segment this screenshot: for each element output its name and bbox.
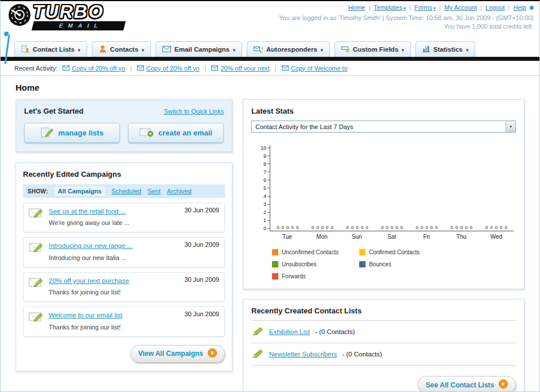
chart-category-values: 00000 (479, 225, 514, 230)
legend-label: Bounces (369, 261, 391, 267)
main-nav-tabs: Contact Lists Contacts Email Campaigns (1, 38, 539, 57)
chart-value-label: 0 (504, 225, 507, 230)
legend-label: Confirmed Contacts (369, 249, 419, 255)
custom-fields-icon (341, 45, 349, 53)
y-tick-label: 2 (263, 210, 270, 215)
chart-value-label: 0 (381, 225, 383, 230)
x-tick-label: Sun (339, 234, 374, 240)
chart-value-label: 0 (331, 225, 333, 230)
tab-email-campaigns-label: Email Campaigns (174, 46, 230, 53)
chart-value-label: 0 (421, 225, 423, 230)
chart-value-label: 0 (435, 225, 437, 230)
chart-plot-area: 00000000000000000000000000000000000 (270, 145, 514, 231)
nav-help-link[interactable]: Help (513, 4, 526, 11)
chart-value-label: 0 (316, 225, 318, 230)
y-tick-label: 8 (263, 161, 270, 166)
chart-value-label: 0 (450, 225, 453, 230)
chevron-down-icon (433, 4, 436, 11)
legend-item: Unsubscribes (272, 261, 359, 267)
recent-activity-item[interactable]: Copy of Welcome to (282, 65, 348, 72)
tab-autoresponders[interactable]: Autoresponders (247, 41, 330, 57)
y-tick-label: 0 (263, 226, 270, 231)
contact-list-link[interactable]: Newsletter Subscribers (269, 351, 337, 358)
envelope-pencil-icon (29, 311, 44, 324)
create-email-button[interactable]: create an email (128, 123, 224, 143)
filter-sent[interactable]: Sent (147, 188, 161, 195)
filter-archived[interactable]: Archived (167, 188, 192, 195)
filter-all-campaigns[interactable]: All Campaigns (55, 187, 105, 196)
chevron-down-icon (402, 46, 404, 53)
recent-activity-item[interactable]: 20% off your next (211, 65, 269, 72)
see-all-contact-lists-label: See All Contact Lists (426, 381, 494, 389)
recent-activity-text: Copy of Welcome to (291, 65, 348, 72)
chart-value-label: 0 (425, 225, 428, 230)
stats-period-select[interactable]: Contact Activity for the Last 7 Days (251, 121, 516, 133)
nav-forms-link[interactable]: Forms (414, 4, 436, 11)
nav-logout-link[interactable]: Logout (485, 4, 505, 11)
recent-activity-label: Recent Activity: (14, 65, 57, 72)
x-tick-label: Wed (479, 234, 514, 240)
contact-list-link[interactable]: Exhibition List (269, 328, 310, 335)
login-info: You are logged in as 'Timothy Smith' | S… (279, 14, 534, 21)
arrow-right-circle-icon (208, 348, 217, 359)
arrow-right-circle-icon (499, 379, 508, 390)
contact-lists-icon (21, 45, 29, 54)
nav-home-link[interactable]: Home (348, 4, 365, 11)
recent-activity-text: Copy of 20% off yo (146, 65, 200, 72)
y-tick-label: 10 (261, 145, 270, 150)
pencil-icon (252, 349, 264, 359)
recent-campaigns-title: Recently Edited Campaigns (23, 170, 225, 178)
campaign-title-link[interactable]: 20% off your next purchase (49, 276, 179, 285)
campaign-subtitle: Thanks for joining our list! (49, 289, 121, 296)
tab-statistics[interactable]: Statistics (415, 41, 475, 57)
envelope-pencil-icon (29, 241, 44, 255)
nav-templates-label: Templates (374, 4, 402, 11)
legend-swatch (272, 261, 278, 267)
tab-email-campaigns[interactable]: Email Campaigns (156, 41, 242, 57)
chart-value-label: 0 (495, 225, 498, 230)
tab-contact-lists[interactable]: Contact Lists (14, 41, 87, 57)
nav-templates-link[interactable]: Templates (374, 4, 406, 11)
bar-chart-icon (422, 45, 430, 53)
separator (275, 65, 277, 72)
manage-lists-button[interactable]: manage lists (24, 123, 120, 143)
switch-quick-links-link[interactable]: Switch to Quick Links (164, 108, 224, 115)
recent-activity-item[interactable]: Copy of 20% off yo (63, 65, 125, 72)
x-tick-label: Thu (444, 234, 479, 240)
legend-label: Forwards (282, 273, 306, 280)
recent-activity-item[interactable]: Copy of 20% off yo (137, 65, 200, 72)
filter-scheduled[interactable]: Scheduled (111, 188, 141, 195)
header-right: Home Templates Forms My Account Logout H… (279, 4, 534, 30)
campaign-subtitle: We're giving away our late ... (49, 219, 130, 226)
legend-item: Forwards (272, 273, 359, 280)
chart-value-label: 0 (292, 225, 294, 230)
logo-text-turbo: TURBO (33, 3, 125, 20)
campaign-title-link[interactable]: See us at the retail food ... (49, 207, 179, 216)
contact-list-count: - (0 Contacts) (342, 351, 382, 358)
y-tick-label: 1 (263, 218, 270, 223)
legend-label: Unsubscribes (282, 261, 317, 267)
view-all-campaigns-label: View All Campaigns (138, 350, 203, 358)
chart-value-label: 0 (346, 225, 348, 230)
legend-swatch (272, 249, 278, 255)
recent-campaigns-panel: Recently Edited Campaigns SHOW: All Camp… (15, 162, 232, 371)
logo-texts: TURBO EMAIL (33, 3, 125, 30)
x-tick-label: Sat (374, 234, 409, 240)
nav-my-account-link[interactable]: My Account (444, 4, 477, 11)
tab-contacts[interactable]: Contacts (92, 41, 151, 57)
view-all-campaigns-button[interactable]: View All Campaigns (130, 345, 225, 363)
chart-value-label: 0 (465, 225, 467, 230)
chart-y-axis: 109876543210 (254, 145, 270, 231)
legend-item: Bounces (359, 261, 446, 267)
main-content: Home Let's Get Started Switch to Quick L… (1, 76, 539, 392)
tab-custom-fields[interactable]: Custom Fields (335, 41, 411, 57)
campaign-title-link[interactable]: Welcome to our email list (49, 311, 179, 320)
campaign-title-link[interactable]: Introducing our new range ... (49, 241, 179, 250)
chart-x-axis: TueMonSunSatFriThuWed (270, 234, 514, 240)
see-all-contact-lists-button[interactable]: See All Contact Lists (418, 376, 516, 392)
recent-activity-text: Copy of 20% off yo (72, 65, 125, 72)
recent-activity-text: 20% off your next (220, 65, 269, 72)
chart-value-label: 0 (460, 225, 463, 230)
campaign-subtitle: Introducing our new Italia ... (49, 254, 126, 261)
y-tick-label: 7 (263, 169, 270, 174)
